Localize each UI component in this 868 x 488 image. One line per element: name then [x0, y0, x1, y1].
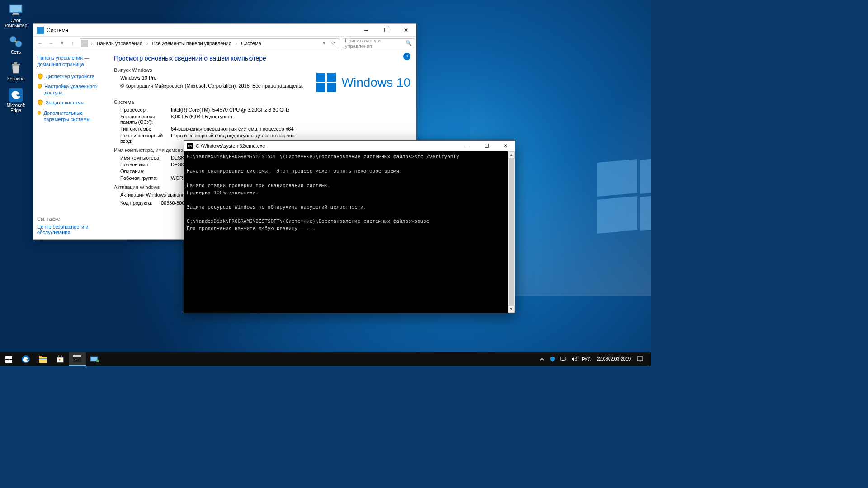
taskbar-store[interactable] — [52, 352, 69, 366]
search-icon: 🔍 — [406, 40, 412, 46]
scroll-down-button[interactable]: ▼ — [508, 305, 515, 313]
shield-icon — [37, 99, 43, 106]
desktop-icon-network[interactable]: Сеть — [3, 34, 29, 55]
help-icon[interactable]: ? — [403, 53, 410, 60]
cmd-title: C:\Windows\system32\cmd.exe — [196, 143, 265, 149]
taskbar: >_ РУС 22:08 02.03.2019 — [0, 352, 651, 366]
systype-label: Тип системы: — [120, 126, 171, 131]
breadcrumb[interactable]: Панель управления — [95, 40, 144, 47]
svg-rect-22 — [61, 361, 62, 362]
svg-rect-24 — [73, 355, 81, 357]
refresh-button[interactable]: ⟳ — [329, 38, 338, 48]
shield-icon — [37, 83, 42, 89]
breadcrumb[interactable]: Система — [240, 40, 262, 47]
search-input[interactable]: Поиск в панели управления 🔍 — [343, 38, 414, 48]
svg-rect-20 — [61, 359, 62, 360]
tray-action-center[interactable] — [634, 352, 648, 366]
see-also-header: См. также — [37, 216, 102, 221]
ram-label: Установленная память (ОЗУ): — [120, 114, 171, 125]
sidebar-item-device-manager[interactable]: Диспетчер устройств — [37, 73, 102, 80]
svg-rect-31 — [637, 357, 643, 361]
cmd-scrollbar[interactable]: ▲ ▼ — [508, 151, 515, 313]
svg-rect-10 — [5, 356, 9, 359]
processor-value: Intel(R) Core(TM) i5-4570 CPU @ 3.20GHz … — [171, 107, 408, 113]
taskbar-cmd[interactable]: >_ — [69, 352, 86, 366]
breadcrumb[interactable]: Все элементы панели управления — [151, 40, 232, 47]
svg-rect-8 — [14, 62, 17, 64]
section-windows-edition: Выпуск Windows — [114, 67, 408, 73]
svg-rect-16 — [39, 356, 42, 357]
forward-button[interactable]: → — [46, 38, 56, 48]
shield-icon — [549, 356, 556, 362]
start-button[interactable] — [0, 352, 17, 366]
svg-rect-1 — [10, 5, 21, 12]
desktop-icon-recycle-bin[interactable]: Корзина — [3, 61, 29, 81]
minimize-button[interactable]: ─ — [356, 24, 376, 37]
svg-rect-21 — [59, 361, 60, 362]
speaker-icon — [571, 356, 577, 362]
fullname-label: Полное имя: — [120, 162, 171, 167]
svg-rect-17 — [39, 358, 47, 359]
systype-value: 64-разрядная операционная система, проце… — [171, 126, 408, 131]
taskbar-control-panel[interactable] — [86, 352, 103, 366]
svg-text:>_: >_ — [75, 358, 78, 361]
section-system: Система — [114, 99, 408, 105]
product-key-label: Код продукта: — [120, 200, 161, 206]
processor-label: Процессор: — [120, 107, 171, 113]
svg-rect-7 — [12, 64, 20, 65]
pen-label: Перо и сенсорный ввод: — [120, 133, 171, 144]
titlebar[interactable]: Система ─ ☐ ✕ — [33, 24, 416, 37]
tray-security[interactable] — [547, 352, 558, 366]
app-icon — [37, 27, 44, 34]
svg-rect-30 — [562, 360, 564, 361]
notification-icon — [637, 356, 644, 363]
desktop-icon-edge[interactable]: Microsoft Edge — [3, 88, 29, 113]
chevron-up-icon — [539, 357, 545, 362]
computer-icon — [9, 3, 23, 17]
cmd-minimize-button[interactable]: ─ — [458, 141, 477, 151]
back-button[interactable]: ← — [35, 38, 45, 48]
address-bar[interactable]: › Панель управления › Все элементы панел… — [80, 38, 339, 48]
ram-value: 8,00 ГБ (6,94 ГБ доступно) — [171, 114, 408, 125]
svg-rect-2 — [13, 13, 19, 14]
svg-rect-3 — [12, 14, 19, 15]
trash-icon — [9, 61, 23, 75]
network-icon — [9, 34, 23, 49]
desktop-icon-this-pc[interactable]: Этот компьютер — [3, 3, 29, 28]
sidebar-item-protection[interactable]: Защита системы — [37, 99, 102, 106]
tray-show-hidden[interactable] — [537, 352, 547, 366]
sidebar-home-link[interactable]: Панель управления — домашняя страница — [37, 55, 102, 68]
svg-rect-18 — [57, 357, 63, 362]
page-heading: Просмотр основных сведений о вашем компь… — [114, 55, 408, 62]
cmd-titlebar[interactable]: C:\ C:\Windows\system32\cmd.exe ─ ☐ ✕ — [184, 141, 515, 151]
taskbar-edge[interactable] — [17, 352, 34, 366]
desc-label: Описание: — [120, 169, 171, 174]
location-icon — [81, 40, 88, 47]
show-desktop-button[interactable] — [648, 352, 650, 366]
shield-icon — [37, 110, 41, 116]
recent-button[interactable]: ▾ — [57, 38, 67, 48]
cmd-maximize-button[interactable]: ☐ — [477, 141, 496, 151]
svg-rect-27 — [91, 357, 97, 361]
see-also-security-link[interactable]: Центр безопасности и обслуживания — [37, 224, 102, 235]
tray-clock[interactable]: 22:08 02.03.2019 — [593, 352, 634, 366]
window-title: Система — [47, 27, 68, 33]
scroll-up-button[interactable]: ▲ — [508, 151, 515, 159]
tray-volume[interactable] — [569, 352, 580, 366]
cmd-close-button[interactable]: ✕ — [496, 141, 515, 151]
up-button[interactable]: ↑ — [68, 38, 78, 48]
addr-dropdown-button[interactable]: ▾ — [321, 38, 328, 48]
sidebar-item-advanced[interactable]: Дополнительные параметры системы — [37, 110, 102, 123]
network-icon — [560, 356, 566, 362]
taskbar-file-explorer[interactable] — [34, 352, 52, 366]
maximize-button[interactable]: ☐ — [376, 24, 396, 37]
cmd-output[interactable]: G:\YandexDisk\PROGRAMS\BESTSOFT\(Системн… — [184, 151, 515, 313]
tray-language[interactable]: РУС — [580, 352, 593, 366]
cmd-window: C:\ C:\Windows\system32\cmd.exe ─ ☐ ✕ G:… — [184, 140, 515, 313]
cmd-icon: C:\ — [187, 143, 193, 149]
windows10-logo: Windows 10 — [316, 73, 410, 92]
tray-network[interactable] — [558, 352, 569, 366]
sidebar-item-remote[interactable]: Настройка удаленного доступа — [37, 83, 102, 96]
close-button[interactable]: ✕ — [396, 24, 416, 37]
shield-icon — [37, 73, 43, 80]
